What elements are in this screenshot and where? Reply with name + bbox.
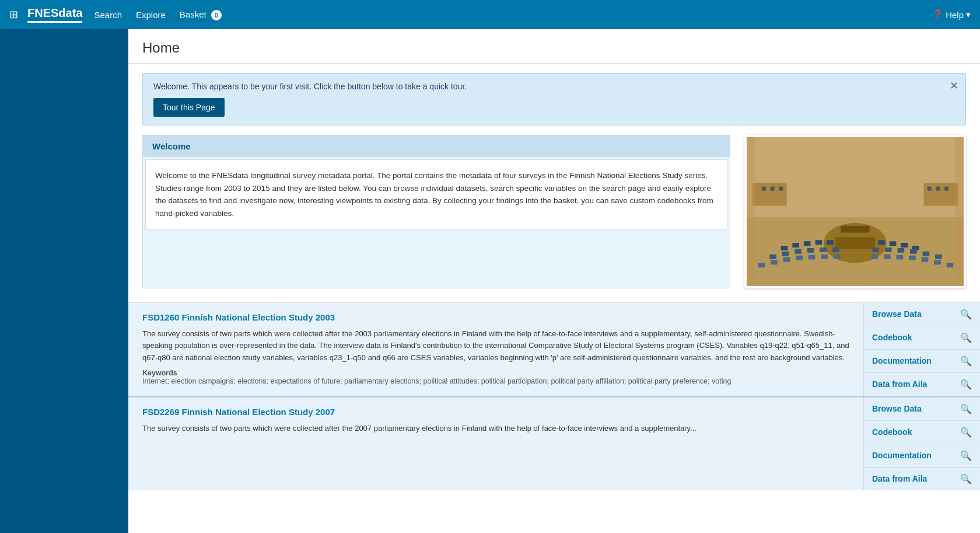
svg-rect-20	[820, 248, 827, 252]
nav-search[interactable]: Search	[94, 10, 122, 20]
dataset-entry-fsd2269: FSD2269 Finnish National Election Study …	[128, 397, 980, 490]
navbar: ⊞ FNESdata Search Explore Basket 0 ❓ Hel…	[0, 0, 980, 29]
svg-rect-2	[747, 137, 964, 166]
svg-rect-17	[782, 252, 789, 256]
svg-rect-8	[792, 243, 799, 248]
svg-rect-22	[872, 248, 879, 252]
welcome-box: Welcome Welcome to the FNESdata longitud…	[142, 135, 730, 288]
svg-rect-31	[796, 256, 803, 260]
welcome-body: Welcome to the FNESdata longitudinal sur…	[145, 159, 727, 229]
page-header: Home	[128, 29, 980, 64]
parliament-image	[744, 135, 966, 288]
grid-icon[interactable]: ⊞	[9, 8, 18, 21]
dataset-desc-fsd1260: The survey consists of two parts which w…	[142, 328, 849, 364]
svg-rect-30	[783, 257, 790, 262]
svg-rect-50	[747, 137, 755, 286]
dataset-content-fsd2269: FSD2269 Finnish National Election Study …	[128, 398, 863, 490]
svg-rect-51	[955, 137, 964, 286]
data-from-aila-fsd2269[interactable]: Data from Aila 🔍	[864, 468, 980, 490]
help-icon: ❓	[932, 9, 943, 20]
dataset-title-fsd2269[interactable]: FSD2269 Finnish National Election Study …	[142, 407, 849, 417]
search-icon: 🔍	[960, 309, 972, 320]
brand-logo: FNESdata	[27, 6, 82, 23]
tour-button[interactable]: Tour this Page	[153, 98, 225, 117]
svg-rect-14	[901, 243, 908, 248]
svg-rect-38	[909, 256, 916, 260]
dataset-desc-fsd2269: The survey consists of two parts which w…	[142, 423, 849, 435]
nav-basket[interactable]: Basket 0	[180, 9, 222, 20]
search-icon: 🔍	[960, 473, 972, 485]
svg-rect-35	[871, 255, 878, 259]
svg-rect-23	[885, 248, 892, 252]
svg-rect-19	[807, 248, 814, 253]
svg-rect-32	[808, 255, 816, 260]
page-wrapper: Home Welcome. This appears to be your fi…	[128, 29, 980, 533]
svg-rect-6	[841, 226, 870, 233]
svg-rect-34	[834, 255, 841, 259]
svg-rect-7	[781, 246, 788, 250]
help-chevron-icon: ▾	[966, 9, 971, 20]
svg-rect-37	[896, 255, 903, 260]
search-icon: 🔍	[960, 427, 972, 438]
page-title: Home	[142, 40, 966, 56]
svg-rect-21	[832, 248, 839, 252]
svg-rect-40	[934, 260, 941, 264]
svg-rect-25	[910, 249, 917, 254]
svg-rect-24	[897, 248, 904, 253]
svg-rect-18	[794, 249, 802, 254]
search-icon: 🔍	[960, 379, 972, 390]
documentation-fsd1260[interactable]: Documentation 🔍	[864, 350, 980, 373]
svg-rect-10	[815, 240, 822, 245]
help-link[interactable]: ❓ Help ▾	[932, 9, 971, 20]
svg-rect-16	[769, 255, 776, 259]
svg-rect-43	[923, 183, 958, 205]
svg-rect-39	[922, 257, 929, 262]
dataset-title-fsd1260[interactable]: FSD1260 Finnish National Election Study …	[142, 312, 849, 322]
svg-rect-13	[890, 241, 897, 246]
svg-point-45	[770, 186, 775, 191]
svg-point-48	[936, 186, 940, 191]
tour-message: Welcome. This appears to be your first v…	[153, 82, 955, 91]
sidebar	[0, 0, 128, 533]
svg-point-49	[944, 186, 949, 191]
nav-explore[interactable]: Explore	[136, 10, 166, 20]
svg-rect-41	[947, 263, 954, 267]
welcome-section: Welcome Welcome to the FNESdata longitud…	[142, 135, 966, 288]
svg-rect-9	[804, 241, 811, 246]
search-icon: 🔍	[960, 403, 972, 414]
svg-rect-27	[935, 255, 942, 259]
codebook-fsd2269[interactable]: Codebook 🔍	[864, 421, 980, 444]
svg-point-47	[927, 186, 932, 191]
svg-rect-12	[878, 240, 885, 245]
dataset-actions-fsd2269: Browse Data 🔍 Codebook 🔍 Documentation 🔍…	[863, 398, 980, 490]
svg-rect-42	[752, 183, 787, 205]
svg-rect-36	[884, 255, 891, 259]
dataset-keywords-fsd1260: Keywords Internet; election campaigns; e…	[142, 369, 849, 385]
nav-links: Search Explore Basket 0	[94, 9, 221, 20]
search-icon: 🔍	[960, 450, 972, 461]
svg-point-46	[779, 186, 783, 191]
datasets-section: FSD1260 Finnish National Election Study …	[128, 302, 980, 490]
welcome-heading: Welcome	[143, 135, 730, 157]
dataset-content-fsd1260: FSD1260 Finnish National Election Study …	[128, 303, 863, 396]
svg-rect-26	[923, 252, 930, 256]
svg-point-44	[761, 186, 766, 191]
svg-rect-33	[821, 255, 828, 259]
data-from-aila-fsd1260[interactable]: Data from Aila 🔍	[864, 373, 980, 396]
dataset-actions-fsd1260: Browse Data 🔍 Codebook 🔍 Documentation 🔍…	[863, 303, 980, 396]
tour-banner: Welcome. This appears to be your first v…	[142, 73, 966, 126]
svg-rect-29	[771, 260, 778, 264]
dataset-entry-fsd1260: FSD1260 Finnish National Election Study …	[128, 302, 980, 396]
search-icon: 🔍	[960, 332, 972, 343]
svg-rect-5	[835, 237, 876, 249]
browse-data-fsd2269[interactable]: Browse Data 🔍	[864, 398, 980, 421]
tour-close-button[interactable]: ✕	[950, 79, 958, 92]
documentation-fsd2269[interactable]: Documentation 🔍	[864, 444, 980, 468]
codebook-fsd1260[interactable]: Codebook 🔍	[864, 326, 980, 350]
basket-count: 0	[211, 10, 222, 20]
svg-rect-11	[827, 240, 834, 245]
browse-data-fsd1260[interactable]: Browse Data 🔍	[864, 303, 980, 326]
svg-rect-28	[758, 263, 765, 267]
search-icon: 🔍	[960, 356, 972, 367]
navbar-right: ❓ Help ▾	[932, 9, 971, 20]
